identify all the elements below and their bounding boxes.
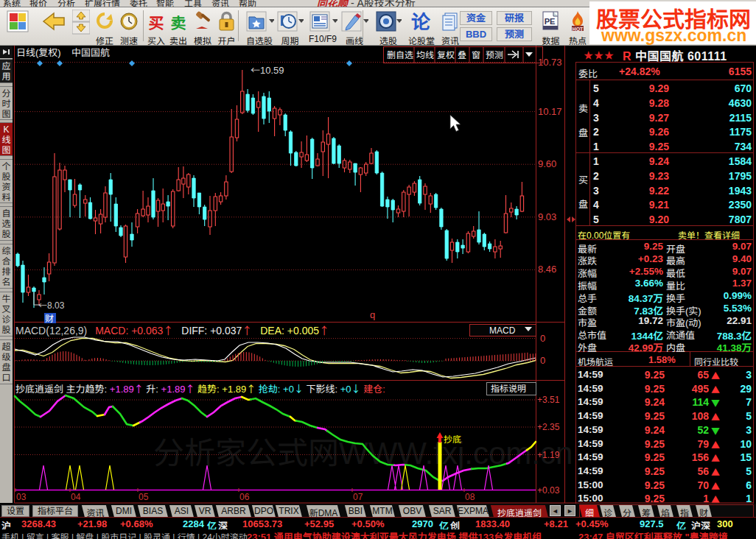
svg-text:04: 04 xyxy=(71,492,81,502)
svg-text:0: 0 xyxy=(540,333,545,344)
svg-text:9.60: 9.60 xyxy=(538,158,556,169)
svg-text:9.03: 9.03 xyxy=(538,211,556,222)
svg-text:07: 07 xyxy=(353,492,363,502)
svg-text:←8.03: ←8.03 xyxy=(38,300,65,311)
svg-text:03: 03 xyxy=(16,492,27,502)
svg-text:06: 06 xyxy=(239,492,250,502)
svg-text:08: 08 xyxy=(465,492,475,502)
svg-text:10.17: 10.17 xyxy=(538,106,562,117)
svg-text:日线(复权): 日线(复权) xyxy=(16,47,61,58)
svg-text:叠: 叠 xyxy=(458,50,466,60)
svg-text:复权: 复权 xyxy=(437,50,455,60)
svg-text:MACD: MACD xyxy=(489,325,516,336)
svg-text:均线: 均线 xyxy=(416,50,434,60)
svg-text:+1.19: +1.19 xyxy=(537,450,560,460)
svg-text:q: q xyxy=(370,309,375,320)
svg-text:0: 0 xyxy=(540,355,545,366)
svg-text:+3.51: +3.51 xyxy=(537,395,560,405)
svg-text:预测: 预测 xyxy=(486,50,503,60)
svg-text:指标说明: 指标说明 xyxy=(491,384,526,394)
svg-text:10.73: 10.73 xyxy=(538,57,562,68)
svg-text:+2.35: +2.35 xyxy=(537,422,560,432)
svg-text:删自选: 删自选 xyxy=(387,50,413,60)
svg-text:财: 财 xyxy=(45,314,54,324)
svg-text:MACD(12,26,9) MACD: +0.063↑: MACD(12,26,9) MACD: +0.063↑ DIFF: +0.037… xyxy=(15,325,329,337)
svg-text:←10.59: ←10.59 xyxy=(251,65,284,76)
svg-text:+0.03: +0.03 xyxy=(537,485,560,496)
svg-text:8.46: 8.46 xyxy=(538,264,556,275)
svg-text:05: 05 xyxy=(139,492,149,502)
svg-text:中国国航: 中国国航 xyxy=(71,47,110,58)
svg-text:分析家公式网WWW.fxj.com.cn: 分析家公式网WWW.fxj.com.cn xyxy=(153,436,573,471)
svg-text:窗: 窗 xyxy=(472,50,480,60)
svg-text:抄底逍遥剑 主力趋势: +1.89↑ 升: +1.89↑ 趋: 抄底逍遥剑 主力趋势: +1.89↑ 升: +1.89↑ 趋势: +1.89↑ … xyxy=(15,384,385,395)
svg-text:抄底: 抄底 xyxy=(444,434,461,445)
